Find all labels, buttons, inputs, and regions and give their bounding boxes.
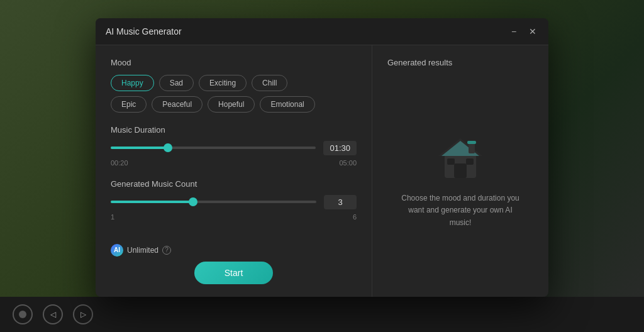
taskbar: ◁ ▷ xyxy=(0,297,644,332)
svg-rect-4 xyxy=(447,158,455,165)
empty-state-icon xyxy=(432,132,489,182)
minimize-button[interactable]: − xyxy=(508,26,519,37)
duration-min: 00:20 xyxy=(111,159,128,167)
mood-btn-chill[interactable]: Chill xyxy=(252,75,287,91)
modal-controls: − ✕ xyxy=(508,26,538,37)
right-panel-title: Generated results xyxy=(387,58,452,67)
music-duration-section: Music Duration 01:30 00:20 05:00 xyxy=(111,125,357,167)
right-panel: Generated results xyxy=(372,45,548,297)
svg-rect-5 xyxy=(466,158,474,165)
count-thumb[interactable] xyxy=(189,197,197,206)
circle-icon xyxy=(19,311,26,318)
mood-grid: Happy Sad Exciting Chill Epic Peaceful H… xyxy=(111,75,357,113)
duration-thumb[interactable] xyxy=(164,143,172,152)
duration-fill xyxy=(111,147,168,149)
count-label: Generated Music Count xyxy=(111,179,357,189)
modal-body: Mood Happy Sad Exciting Chill Epic Peace… xyxy=(96,45,548,297)
taskbar-forward-btn[interactable]: ▷ xyxy=(73,304,93,324)
modal-title: AI Music Generator xyxy=(106,26,182,36)
close-button[interactable]: ✕ xyxy=(527,26,538,37)
empty-state-text: Choose the mood and duration you want an… xyxy=(397,192,523,229)
forward-icon: ▷ xyxy=(80,310,86,319)
start-button[interactable]: Start xyxy=(194,262,274,284)
mood-btn-emotional[interactable]: Emotional xyxy=(260,96,314,113)
duration-label: Music Duration xyxy=(111,125,357,135)
svg-rect-3 xyxy=(454,163,467,178)
mood-row-1: Happy Sad Exciting Chill xyxy=(111,75,357,91)
duration-max: 05:00 xyxy=(339,159,357,167)
duration-track-bg xyxy=(111,147,316,149)
count-min: 1 xyxy=(111,213,114,221)
start-button-wrap: Start xyxy=(111,262,357,284)
unlimited-label: Unlimited xyxy=(127,246,158,255)
empty-state: Choose the mood and duration you want an… xyxy=(387,77,533,284)
count-slider-track[interactable] xyxy=(111,201,316,203)
duration-min-max: 00:20 05:00 xyxy=(111,159,357,167)
mood-btn-hopeful[interactable]: Hopeful xyxy=(208,96,255,113)
count-value: 3 xyxy=(324,195,357,209)
music-count-section: Generated Music Count 3 1 6 xyxy=(111,179,357,221)
left-panel: Mood Happy Sad Exciting Chill Epic Peace… xyxy=(96,45,372,297)
taskbar-circle-btn[interactable] xyxy=(13,304,33,324)
count-fill xyxy=(111,201,193,203)
mood-btn-sad[interactable]: Sad xyxy=(159,75,194,91)
count-max: 6 xyxy=(353,213,357,221)
mood-section-label: Mood xyxy=(111,58,357,67)
duration-value: 01:30 xyxy=(323,141,357,155)
duration-slider-row: 01:30 xyxy=(111,141,357,155)
unlimited-badge: AI Unlimited ? xyxy=(111,244,171,257)
count-track-bg xyxy=(111,201,316,203)
modal-titlebar: AI Music Generator − ✕ xyxy=(96,18,548,45)
mood-btn-epic[interactable]: Epic xyxy=(111,96,147,113)
count-slider-row: 3 xyxy=(111,195,357,209)
mood-btn-exciting[interactable]: Exciting xyxy=(199,75,247,91)
back-icon: ◁ xyxy=(50,310,56,319)
info-icon[interactable]: ? xyxy=(162,246,171,255)
mood-row-2: Epic Peaceful Hopeful Emotional xyxy=(111,96,357,113)
ai-icon: AI xyxy=(111,244,123,257)
taskbar-back-btn[interactable]: ◁ xyxy=(43,304,63,324)
duration-slider-track[interactable] xyxy=(111,147,316,149)
count-min-max: 1 6 xyxy=(111,213,357,221)
footer-row: AI Unlimited ? xyxy=(111,234,357,257)
ai-music-generator-modal: AI Music Generator − ✕ Mood Happy Sad Ex… xyxy=(96,18,548,297)
mood-btn-peaceful[interactable]: Peaceful xyxy=(152,96,203,113)
svg-rect-7 xyxy=(467,141,476,144)
mood-btn-happy[interactable]: Happy xyxy=(111,75,154,91)
